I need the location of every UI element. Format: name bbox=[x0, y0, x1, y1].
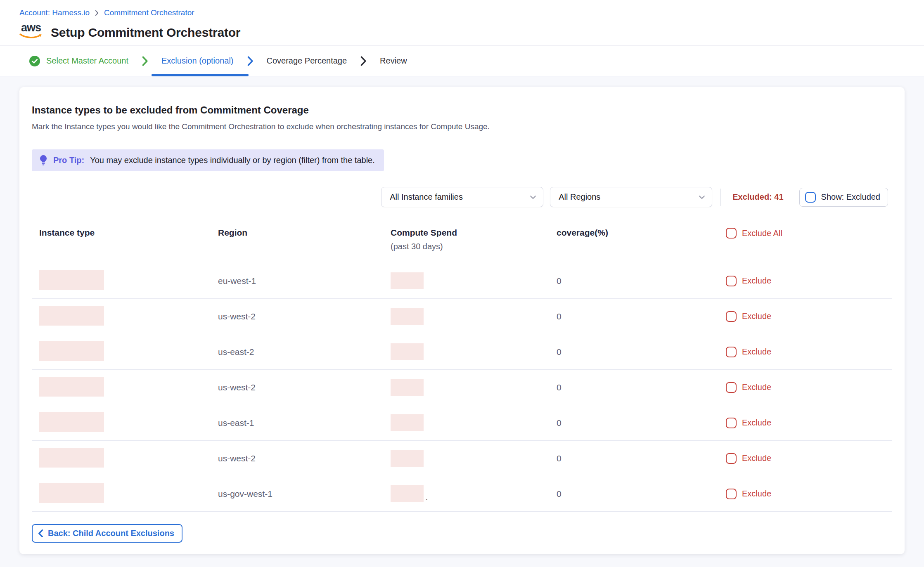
page-header: Account: Harness.io Commitment Orchestra… bbox=[0, 0, 924, 46]
chevron-down-icon bbox=[699, 195, 705, 199]
header-region: Region bbox=[218, 228, 391, 238]
chevron-right-icon bbox=[133, 56, 157, 66]
step-label: Select Master Account bbox=[46, 56, 128, 66]
redacted-instance-type bbox=[39, 341, 104, 361]
show-excluded-toggle[interactable]: Show: Excluded bbox=[799, 188, 888, 207]
exclude-label: Exclude bbox=[742, 454, 771, 463]
title-row: aws Setup Commitment Orchestrator bbox=[19, 22, 905, 45]
regions-select[interactable]: All Regions bbox=[550, 187, 712, 207]
pro-tip-text: You may exclude instance types individua… bbox=[90, 156, 375, 165]
exclude-checkbox[interactable] bbox=[726, 489, 737, 499]
exclude-all-label: Exclude All bbox=[742, 229, 782, 238]
back-button[interactable]: Back: Child Account Exclusions bbox=[32, 524, 182, 543]
step-label: Exclusion (optional) bbox=[161, 56, 234, 66]
coverage-cell: 0 bbox=[557, 347, 726, 357]
instance-families-value: All Instance families bbox=[390, 192, 463, 202]
step-label: Review bbox=[380, 56, 407, 66]
aws-smile-icon bbox=[19, 33, 43, 39]
exclude-label: Exclude bbox=[742, 418, 771, 428]
spend-suffix: . bbox=[425, 492, 428, 502]
exclude-all-checkbox[interactable] bbox=[726, 228, 737, 239]
header-compute-spend: Compute Spend (past 30 days) bbox=[391, 228, 557, 251]
exclude-label: Exclude bbox=[742, 489, 771, 498]
card-subtitle: Mark the Instance types you would like t… bbox=[32, 122, 892, 131]
pro-tip-label: Pro Tip: bbox=[53, 156, 84, 165]
redacted-instance-type bbox=[39, 448, 104, 468]
show-excluded-label: Show: Excluded bbox=[821, 192, 880, 202]
pro-tip-banner: Pro Tip: You may exclude instance types … bbox=[32, 149, 384, 171]
redacted-instance-type bbox=[39, 483, 104, 503]
redacted-compute-spend bbox=[391, 450, 424, 467]
exclude-checkbox[interactable] bbox=[726, 347, 737, 357]
table-row: us-west-2 0 Exclude bbox=[32, 441, 892, 476]
region-cell: us-west-2 bbox=[218, 454, 391, 463]
exclude-label: Exclude bbox=[742, 312, 771, 321]
instance-types-table: Instance type Region Compute Spend (past… bbox=[32, 228, 892, 512]
exclude-checkbox[interactable] bbox=[726, 382, 737, 393]
exclude-checkbox[interactable] bbox=[726, 311, 737, 322]
content-area: Instance types to be excluded from Commi… bbox=[0, 76, 924, 567]
redacted-instance-type bbox=[39, 270, 104, 290]
step-label: Coverage Percentage bbox=[267, 56, 347, 66]
step-coverage-percentage[interactable]: Coverage Percentage bbox=[263, 46, 351, 76]
aws-logo: aws bbox=[19, 22, 43, 40]
exclude-checkbox[interactable] bbox=[726, 418, 737, 428]
exclude-control[interactable]: Exclude bbox=[726, 276, 892, 286]
step-select-master-account[interactable]: Select Master Account bbox=[25, 46, 133, 76]
filters-row: All Instance families All Regions Exclud… bbox=[32, 187, 892, 207]
redacted-compute-spend bbox=[391, 272, 424, 289]
exclude-checkbox[interactable] bbox=[726, 453, 737, 464]
exclude-all-control[interactable]: Exclude All bbox=[726, 228, 892, 239]
redacted-compute-spend bbox=[391, 485, 424, 502]
exclude-checkbox[interactable] bbox=[726, 276, 737, 286]
exclude-control[interactable]: Exclude bbox=[726, 489, 892, 499]
chevron-down-icon bbox=[530, 195, 536, 199]
header-instance-type: Instance type bbox=[39, 228, 218, 238]
coverage-cell: 0 bbox=[557, 383, 726, 392]
redacted-instance-type bbox=[39, 412, 104, 432]
coverage-cell: 0 bbox=[557, 418, 726, 428]
region-cell: us-east-2 bbox=[218, 347, 391, 357]
exclude-label: Exclude bbox=[742, 347, 771, 357]
table-row: us-east-1 0 Exclude bbox=[32, 405, 892, 441]
exclude-control[interactable]: Exclude bbox=[726, 382, 892, 393]
exclude-control[interactable]: Exclude bbox=[726, 347, 892, 357]
show-excluded-checkbox[interactable] bbox=[805, 192, 816, 203]
table-row: us-east-2 0 Exclude bbox=[32, 334, 892, 370]
chevron-right-icon bbox=[351, 56, 376, 66]
step-review[interactable]: Review bbox=[376, 46, 411, 76]
chevron-right-icon bbox=[95, 10, 99, 16]
exclude-label: Exclude bbox=[742, 383, 771, 392]
aws-logo-text: aws bbox=[21, 22, 41, 33]
page-title: Setup Commitment Orchestrator bbox=[51, 26, 240, 40]
coverage-cell: 0 bbox=[557, 312, 726, 321]
region-cell: eu-west-1 bbox=[218, 276, 391, 286]
excluded-count-badge: Excluded: 41 bbox=[732, 192, 783, 202]
table-row: us-west-2 0 Exclude bbox=[32, 299, 892, 334]
redacted-instance-type bbox=[39, 306, 104, 326]
exclude-control[interactable]: Exclude bbox=[726, 453, 892, 464]
breadcrumb-page-link[interactable]: Commitment Orchestrator bbox=[104, 8, 194, 17]
redacted-compute-spend bbox=[391, 308, 424, 325]
lightbulb-icon bbox=[39, 155, 47, 166]
breadcrumb-account-link[interactable]: Account: Harness.io bbox=[19, 8, 90, 17]
vertical-divider bbox=[720, 189, 721, 206]
chevron-left-icon bbox=[38, 529, 43, 537]
exclude-control[interactable]: Exclude bbox=[726, 418, 892, 428]
redacted-compute-spend bbox=[391, 343, 424, 360]
header-coverage: coverage(%) bbox=[557, 228, 726, 238]
back-button-label: Back: Child Account Exclusions bbox=[48, 529, 174, 538]
chevron-right-icon bbox=[238, 56, 263, 66]
step-exclusion-optional[interactable]: Exclusion (optional) bbox=[157, 46, 238, 76]
coverage-cell: 0 bbox=[557, 276, 726, 286]
exclude-control[interactable]: Exclude bbox=[726, 311, 892, 322]
region-cell: us-west-2 bbox=[218, 383, 391, 392]
regions-value: All Regions bbox=[559, 192, 600, 202]
instance-families-select[interactable]: All Instance families bbox=[381, 187, 543, 207]
redacted-compute-spend bbox=[391, 414, 424, 431]
redacted-instance-type bbox=[39, 377, 104, 397]
header-compute-spend-title: Compute Spend bbox=[391, 228, 557, 238]
region-cell: us-west-2 bbox=[218, 312, 391, 321]
table-row: eu-west-1 0 Exclude bbox=[32, 263, 892, 299]
table-row: us-west-2 0 Exclude bbox=[32, 370, 892, 405]
